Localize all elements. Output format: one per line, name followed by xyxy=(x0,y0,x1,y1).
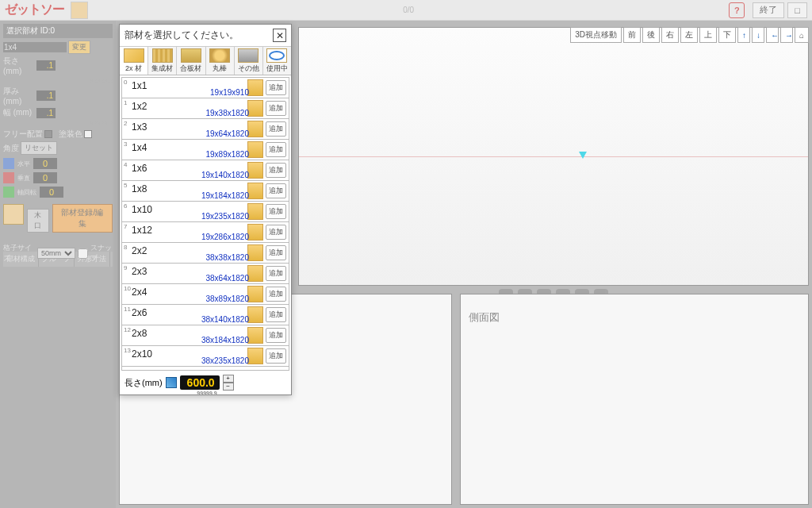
length-value[interactable]: .1 xyxy=(36,60,56,71)
add-button[interactable]: 追加 xyxy=(266,80,286,95)
view-front-button[interactable]: 前 xyxy=(623,27,641,43)
material-row[interactable]: 112x638x140x1820追加 xyxy=(122,305,289,325)
length-display[interactable]: 600.0 99999.9 xyxy=(180,375,220,390)
camera-marker-icon xyxy=(579,152,587,159)
category-tab-other[interactable]: その他 xyxy=(235,47,263,75)
material-row[interactable]: 41x619x140x1820追加 xyxy=(122,160,289,181)
width-value[interactable]: .1 xyxy=(36,108,56,118)
view-left-button[interactable]: 左 xyxy=(680,27,698,43)
wood-swatch-icon xyxy=(247,79,263,96)
material-row[interactable]: 01x119x19x910追加 xyxy=(122,78,289,98)
wood-swatch-icon xyxy=(247,121,263,137)
grid-size-select[interactable]: 50mm xyxy=(37,248,75,259)
material-row[interactable]: 132x1038x235x1820追加 xyxy=(122,346,289,367)
snap-checkbox[interactable] xyxy=(78,248,88,259)
free-place-checkbox[interactable] xyxy=(44,130,52,138)
using-icon xyxy=(266,48,287,63)
add-button[interactable]: 追加 xyxy=(266,142,286,157)
wood-swatch-icon xyxy=(247,224,263,241)
add-button[interactable]: 追加 xyxy=(266,348,286,364)
help-icon[interactable]: ? xyxy=(729,2,745,18)
material-dims: 19x184x1820 xyxy=(201,191,249,200)
material-row[interactable]: 11x219x38x1820追加 xyxy=(122,98,289,119)
viewport-side[interactable]: 側面図 xyxy=(460,294,809,505)
material-row[interactable]: 31x419x89x1820追加 xyxy=(122,140,289,160)
add-button[interactable]: 追加 xyxy=(266,328,286,343)
material-dims: 19x235x1820 xyxy=(201,212,249,221)
category-tab-ply[interactable]: 合板材 xyxy=(177,47,205,75)
register-material-button[interactable]: 部材登録/編集 xyxy=(52,204,113,233)
add-button[interactable]: 追加 xyxy=(266,287,286,302)
material-row[interactable]: 102x438x89x1820追加 xyxy=(122,284,289,305)
add-button[interactable]: 追加 xyxy=(266,204,286,219)
material-list[interactable]: 01x119x19x910追加11x219x38x1820追加21x319x64… xyxy=(121,77,289,371)
category-tab-using[interactable]: 使用中 xyxy=(263,47,291,75)
paint-color-swatch[interactable] xyxy=(84,130,92,138)
wood-swatch-icon xyxy=(247,162,263,179)
sidebar-title: 選択部材 ID:0 xyxy=(3,24,113,38)
category-tab-glulam[interactable]: 集成材 xyxy=(148,47,177,75)
material-dims: 19x64x1820 xyxy=(206,129,250,138)
endgrain-button[interactable]: 木口 xyxy=(27,209,49,233)
maximize-button[interactable]: □ xyxy=(787,2,807,18)
wood-swatch-icon xyxy=(247,348,263,364)
material-row[interactable]: 92x338x64x1820追加 xyxy=(122,264,289,284)
material-row[interactable]: 71x1219x286x1820追加 xyxy=(122,222,289,243)
view-top-button[interactable]: 上 xyxy=(699,27,717,43)
wood-swatch-icon xyxy=(247,183,263,199)
length-up-button[interactable]: + xyxy=(223,375,234,383)
length-down-button[interactable]: − xyxy=(223,383,234,391)
add-button[interactable]: 追加 xyxy=(266,121,286,137)
ply-icon xyxy=(181,48,201,63)
popup-title: 部材を選択してください。 xyxy=(124,29,239,42)
view-toolbar: 3D視点移動 前 後 右 左 上 下 ↑ ↓ ← → ⌂ xyxy=(570,27,809,43)
change-button[interactable]: 変更 xyxy=(68,40,90,54)
material-field[interactable] xyxy=(3,42,67,52)
arrow-right-icon[interactable]: → xyxy=(780,27,793,43)
arrow-up-icon[interactable]: ↑ xyxy=(737,27,750,43)
add-button[interactable]: 追加 xyxy=(266,183,286,198)
home-view-button[interactable]: ⌂ xyxy=(795,27,809,43)
material-row[interactable]: 51x819x184x1820追加 xyxy=(122,181,289,202)
category-tab-2x[interactable]: 2x 材 xyxy=(120,47,148,75)
wood-swatch-icon xyxy=(247,100,263,117)
add-button[interactable]: 追加 xyxy=(266,245,286,260)
add-button[interactable]: 追加 xyxy=(266,101,286,116)
add-button[interactable]: 追加 xyxy=(266,266,286,281)
cursor-tool-icon[interactable] xyxy=(71,2,88,19)
round-icon xyxy=(209,48,230,63)
exit-button[interactable]: 終了 xyxy=(753,2,784,18)
length-label: 長さ(mm) xyxy=(124,377,163,389)
rotation-icon xyxy=(3,187,14,198)
arrow-left-icon[interactable]: ← xyxy=(766,27,779,43)
viewport-3d[interactable] xyxy=(298,27,809,286)
material-selector-popup: 部材を選択してください。 ✕ 2x 材集成材合板材丸棒その他使用中 01x119… xyxy=(119,24,292,395)
wood-swatch-icon xyxy=(247,203,263,220)
view-bottom-button[interactable]: 下 xyxy=(718,27,736,43)
angle-v[interactable]: 0 xyxy=(33,172,57,183)
angle-reset-button[interactable]: リセット xyxy=(21,141,57,155)
category-tab-round[interactable]: 丸棒 xyxy=(206,47,235,75)
add-button[interactable]: 追加 xyxy=(266,163,286,178)
glulam-icon xyxy=(152,48,173,63)
view-right-button[interactable]: 右 xyxy=(661,27,679,43)
material-dims: 19x140x1820 xyxy=(201,171,249,179)
material-row[interactable]: 21x319x64x1820追加 xyxy=(122,119,289,140)
material-dims: 19x286x1820 xyxy=(201,233,249,241)
material-row[interactable]: 61x1019x235x1820追加 xyxy=(122,202,289,222)
angle-r[interactable]: 0 xyxy=(40,187,63,198)
arrow-down-icon[interactable]: ↓ xyxy=(752,27,764,43)
material-dims: 38x184x1820 xyxy=(201,336,249,344)
close-icon[interactable]: ✕ xyxy=(273,29,286,42)
add-button[interactable]: 追加 xyxy=(266,225,286,240)
view-back-button[interactable]: 後 xyxy=(642,27,660,43)
material-row[interactable]: 82x238x38x1820追加 xyxy=(122,243,289,264)
move-3d-button[interactable]: 3D視点移動 xyxy=(570,27,622,43)
add-button[interactable]: 追加 xyxy=(266,307,286,322)
material-row[interactable]: 122x838x184x1820追加 xyxy=(122,325,289,346)
angle-h[interactable]: 0 xyxy=(33,158,57,169)
horizontal-icon xyxy=(3,158,14,169)
wood-swatch-icon xyxy=(247,141,263,158)
material-dims: 38x64x1820 xyxy=(206,274,250,283)
thickness-value[interactable]: .1 xyxy=(36,90,56,101)
